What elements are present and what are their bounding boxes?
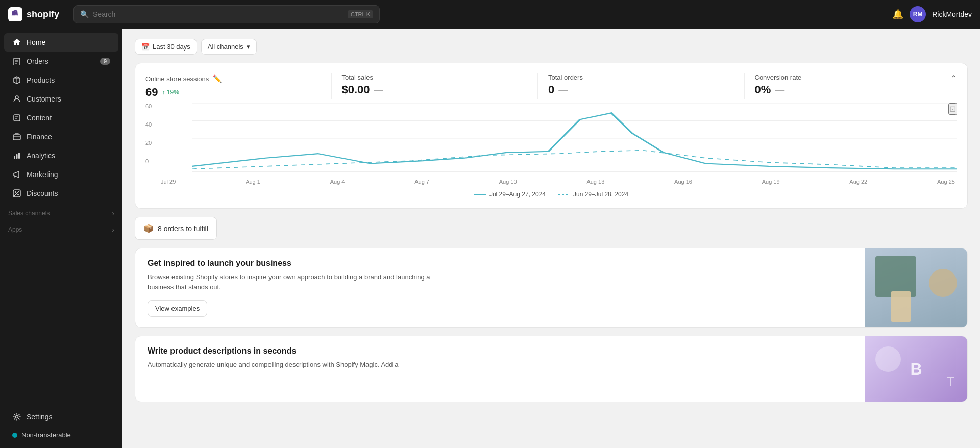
promo-card-inspire-image	[865, 248, 967, 327]
shopify-logo[interactable]: shopify	[8, 7, 59, 21]
ai-img-icon: T	[947, 375, 954, 389]
sidebar-label-products: Products	[27, 76, 55, 84]
layout: Home Orders 9 Products	[0, 29, 980, 448]
channel-filter[interactable]: All channels ▾	[201, 39, 257, 55]
search-icon: 🔍	[80, 10, 89, 18]
total-orders-value: 0	[548, 83, 554, 96]
settings-icon	[12, 412, 21, 421]
sidebar-label-orders: Orders	[27, 57, 48, 65]
svg-rect-15	[18, 153, 20, 159]
sidebar-label-discounts: Discounts	[27, 189, 58, 197]
conversion-rate-metric: Conversion rate 0% —	[745, 73, 951, 96]
customers-icon	[12, 94, 21, 104]
sessions-badge: ↑ 19%	[162, 89, 179, 96]
apps-label: Apps	[8, 226, 22, 233]
stats-card: Online store sessions ✏️ 69 ↑ 19% Total …	[135, 63, 968, 209]
chart-y-labels: 60 40 20 0	[145, 103, 152, 164]
chart-x-labels: Jul 29 Aug 1 Aug 4 Aug 7 Aug 10 Aug 13 A…	[145, 179, 957, 185]
non-transferable-item[interactable]: Non-transferable	[4, 427, 118, 443]
chart-container: ⊡ 60 40 20 0	[145, 103, 957, 185]
date-range-label: Last 30 days	[153, 43, 190, 51]
content-icon	[12, 113, 21, 122]
channel-chevron-icon: ▾	[247, 43, 250, 51]
svg-rect-11	[13, 135, 20, 140]
orders-badge: 9	[100, 58, 110, 65]
shopify-logo-icon	[8, 7, 22, 21]
sidebar-item-home[interactable]: Home	[4, 33, 118, 52]
sidebar-label-marketing: Marketing	[27, 170, 58, 179]
calendar-icon: 📅	[141, 43, 150, 51]
sidebar-label-analytics: Analytics	[27, 152, 55, 160]
finance-icon	[12, 132, 21, 141]
sidebar-item-finance[interactable]: Finance	[4, 128, 118, 146]
search-shortcut: CTRL K	[348, 10, 373, 18]
logo-text: shopify	[27, 9, 59, 20]
svg-point-20	[16, 416, 18, 418]
orders-banner[interactable]: 📦 8 orders to fulfill	[135, 217, 217, 240]
edit-icon[interactable]: ✏️	[212, 73, 223, 84]
sidebar-section-sales-channels[interactable]: Sales channels ›	[0, 203, 122, 219]
legend-previous: Jun 29–Jul 28, 2024	[558, 191, 628, 198]
box-icon: 📦	[143, 223, 154, 233]
total-sales-title: Total sales	[342, 73, 373, 81]
promo-card-ai-desc: Automatically generate unique and compel…	[148, 360, 433, 370]
orders-icon	[12, 57, 21, 66]
sidebar-item-settings[interactable]: Settings	[4, 408, 118, 426]
search-bar[interactable]: 🔍 CTRL K	[74, 5, 380, 23]
inspire-img-item1	[875, 256, 916, 297]
main-content: 📅 Last 30 days All channels ▾ Online sto…	[122, 29, 980, 448]
sidebar-item-customers[interactable]: Customers	[4, 90, 118, 108]
conversion-rate-dash: —	[775, 85, 784, 95]
ai-image-bg: B T	[865, 336, 967, 402]
analytics-icon	[12, 151, 21, 160]
sidebar-item-content[interactable]: Content	[4, 109, 118, 127]
discounts-icon	[12, 189, 21, 198]
products-icon	[12, 76, 21, 85]
sidebar-item-orders[interactable]: Orders 9	[4, 52, 118, 70]
legend-previous-line	[558, 194, 570, 195]
user-name: RickMortdev	[932, 10, 972, 18]
legend-previous-label: Jun 29–Jul 28, 2024	[573, 191, 628, 198]
sales-channels-chevron: ›	[112, 209, 114, 217]
conversion-rate-title: Conversion rate	[755, 73, 802, 81]
sales-channels-label: Sales channels	[8, 210, 50, 217]
svg-point-17	[17, 194, 19, 195]
promo-card-inspire: Get inspired to launch your business Bro…	[135, 248, 968, 328]
total-sales-metric: Total sales $0.00 —	[332, 73, 538, 96]
conversion-rate-value: 0%	[755, 83, 771, 96]
view-examples-button[interactable]: View examples	[148, 300, 207, 317]
promo-card-ai-title: Write product descriptions in seconds	[148, 346, 853, 356]
sidebar-item-discounts[interactable]: Discounts	[4, 184, 118, 203]
promo-card-ai-content: Write product descriptions in seconds Au…	[135, 336, 865, 402]
promo-card-ai: Write product descriptions in seconds Au…	[135, 336, 968, 402]
non-transferable-label: Non-transferable	[21, 431, 71, 439]
sidebar-label-customers: Customers	[27, 95, 61, 103]
sidebar-item-marketing[interactable]: Marketing	[4, 165, 118, 184]
inspire-img-item2	[929, 269, 957, 297]
collapse-button[interactable]: ⌃	[950, 73, 957, 83]
svg-point-7	[15, 96, 18, 99]
sidebar-item-products[interactable]: Products	[4, 71, 118, 89]
inspire-img-item3	[891, 291, 911, 322]
sidebar-item-analytics[interactable]: Analytics	[4, 146, 118, 165]
filters-row: 📅 Last 30 days All channels ▾	[135, 39, 968, 55]
date-range-filter[interactable]: 📅 Last 30 days	[135, 39, 197, 55]
ai-img-circle	[875, 346, 901, 372]
non-transferable-dot	[12, 433, 17, 438]
sessions-metric: Online store sessions ✏️ 69 ↑ 19%	[145, 73, 331, 99]
sidebar-nav: Home Orders 9 Products	[0, 33, 122, 403]
sidebar-label-home: Home	[27, 38, 45, 46]
search-input[interactable]	[93, 10, 344, 18]
apps-chevron: ›	[112, 226, 114, 234]
svg-rect-8	[14, 115, 20, 121]
orders-banner-text: 8 orders to fulfill	[158, 225, 208, 233]
legend-current: Jul 29–Aug 27, 2024	[474, 191, 546, 198]
bell-icon[interactable]: 🔔	[892, 9, 903, 20]
legend-current-label: Jul 29–Aug 27, 2024	[489, 191, 546, 198]
total-sales-dash: —	[374, 85, 383, 95]
topbar-right: 🔔 RM RickMortdev	[892, 6, 972, 22]
total-sales-value: $0.00	[342, 83, 370, 96]
screenshot-icon[interactable]: ⊡	[948, 103, 957, 115]
sidebar-section-apps[interactable]: Apps ›	[0, 219, 122, 236]
chart-legend: Jul 29–Aug 27, 2024 Jun 29–Jul 28, 2024	[145, 191, 957, 198]
